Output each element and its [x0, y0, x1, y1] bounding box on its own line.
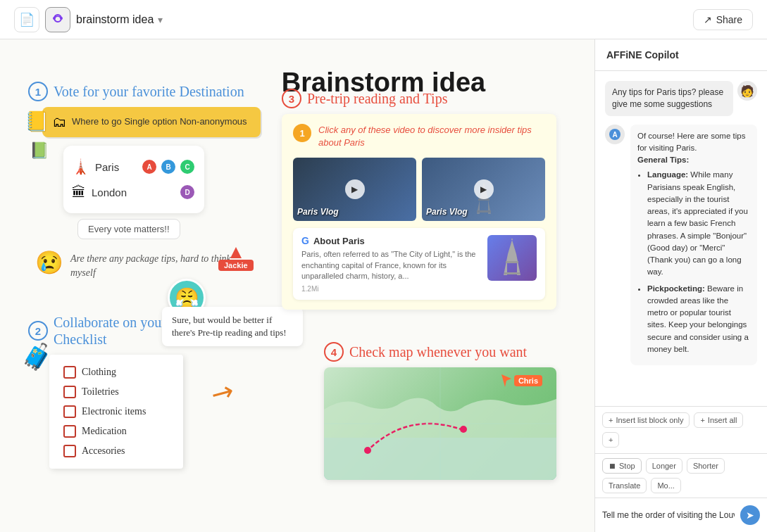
copilot-input-field[interactable]	[602, 510, 735, 520]
packing-label-electronics: Electronic items	[82, 406, 146, 417]
svg-point-10	[460, 426, 467, 433]
flow-tab-button[interactable]	[45, 7, 70, 32]
svg-point-1	[53, 17, 56, 20]
translate-button[interactable]: Translate	[602, 478, 647, 493]
ai-general-label: General Tips:	[637, 156, 689, 164]
vote-section-title: Vote for your favorite Destination	[54, 83, 244, 100]
copilot-controls: ⏹ Stop Longer Shorter Translate Mo...	[595, 454, 767, 498]
voter-avatar: D	[179, 184, 196, 201]
about-paris-info: G About Paris Paris, often referred to a…	[301, 235, 480, 292]
video-thumb-2[interactable]: ▶ Paris Vlog	[422, 158, 545, 221]
user-avatar: 🧑	[737, 81, 757, 101]
checkbox-icon[interactable]	[63, 386, 76, 398]
play-button-2[interactable]: ▶	[474, 179, 494, 199]
packing-section-number: 2	[28, 321, 48, 341]
ai-intro: Of course! Here are some tips for visiti…	[637, 132, 745, 152]
plus-icon-3: +	[609, 436, 613, 444]
ai-message-row: A Of course! Here are some tips for visi…	[605, 125, 757, 366]
jackie-label: Jackie	[218, 260, 254, 271]
shorter-button[interactable]: Shorter	[687, 458, 725, 474]
london-label: London	[92, 186, 173, 198]
more-options-button[interactable]: Mo...	[651, 478, 680, 493]
svg-point-9	[364, 447, 371, 454]
checkbox-icon[interactable]	[63, 366, 76, 379]
ai-avatar: A	[605, 125, 625, 144]
chris-label: Chris	[514, 375, 542, 386]
pretrip-section: 3 Pre-trip reading and Tips 1 Click any …	[282, 89, 556, 310]
pretrip-content-box: 1 Click any of these video to discover m…	[282, 114, 556, 310]
svg-rect-6	[504, 272, 520, 274]
vote-option-paris[interactable]: 🗼 Paris A B C	[72, 154, 196, 179]
topbar-left: 📄 brainstorm idea ▾	[14, 7, 163, 32]
share-button[interactable]: ↗ Share	[693, 9, 753, 30]
checkbox-icon[interactable]	[63, 405, 76, 418]
ai-tip1-text: While many Parisians speak English, espe…	[647, 170, 748, 276]
packing-item-electronics: Electronic items	[63, 405, 169, 418]
checkbox-icon[interactable]	[63, 445, 76, 457]
vote-section-number: 1	[28, 82, 48, 101]
checkbox-icon[interactable]	[63, 425, 76, 438]
about-paris-title-text: About Paris	[313, 236, 365, 246]
paris-voters: A B C	[141, 158, 196, 175]
svg-point-2	[60, 17, 63, 20]
map-header: 4 Check map whenever you want	[324, 342, 563, 362]
vote-card-icon: 🗂	[52, 114, 66, 130]
svg-rect-4	[477, 210, 491, 213]
more-button[interactable]: +	[602, 432, 619, 448]
voter-avatar: C	[179, 158, 196, 175]
shorter-label: Shorter	[693, 462, 718, 470]
pretrip-header: 3 Pre-trip reading and Tips	[282, 89, 556, 108]
title-chevron-icon[interactable]: ▾	[158, 14, 163, 25]
user-message-row: Any tips for Paris tips? please give me …	[605, 81, 757, 116]
london-voters: D	[179, 184, 196, 201]
ai-tip1-title: Language:	[647, 170, 688, 179]
insert-block-label: Insert list block only	[616, 416, 683, 424]
copilot-messages: Any tips for Paris tips? please give me …	[595, 71, 767, 406]
google-icon: G	[301, 235, 309, 246]
doc-tab-button[interactable]: 📄	[14, 7, 39, 32]
insert-all-button[interactable]: + Insert all	[694, 412, 743, 428]
packing-label-toiletries: Toiletries	[82, 386, 119, 398]
share-icon: ↗	[704, 14, 712, 25]
insert-block-button[interactable]: + Insert list block only	[602, 412, 690, 428]
jackie-cursor: Jackie	[218, 247, 254, 271]
pretrip-section-number: 3	[282, 89, 301, 108]
paris-label: Paris	[95, 161, 135, 173]
map-section-number: 4	[324, 342, 344, 362]
share-label: Share	[716, 14, 742, 25]
stop-button[interactable]: ⏹ Stop	[602, 458, 642, 474]
feedback-emoji: 😢	[35, 249, 63, 276]
map-section-title: Check map whenever you want	[349, 343, 527, 360]
pretrip-step1: 1 Click any of these video to discover m…	[293, 124, 545, 149]
vote-section: 1 Vote for your favorite Destination 🗂 W…	[28, 82, 247, 279]
packing-label-clothing: Clothing	[82, 367, 116, 378]
cursor-triangle-jackie	[230, 247, 242, 258]
videos-row: ▶ Paris Vlog ▶ Paris Vlog	[293, 158, 545, 221]
stop-icon: ⏹	[609, 462, 616, 470]
step-circle-1: 1	[293, 124, 311, 142]
about-paris-source: 1.2Mi	[301, 285, 480, 293]
video-thumb-1[interactable]: ▶ Paris Vlog	[293, 158, 416, 221]
vote-card-text: Where to go Single option Non-anonymous	[72, 116, 247, 128]
svg-rect-5	[506, 261, 518, 263]
send-button[interactable]: ➤	[740, 505, 760, 525]
video1-label: Paris Vlog	[297, 207, 339, 217]
ai-tip2-title: Pickpocketing:	[647, 284, 705, 293]
deco-notebook2-icon: 📗	[30, 141, 49, 160]
stop-label: Stop	[619, 462, 635, 470]
user-message: Any tips for Paris tips? please give me …	[605, 81, 733, 116]
longer-label: Longer	[652, 462, 676, 470]
copilot-input-area: ➤	[595, 498, 767, 532]
angry-emoji-icon: 😤	[175, 286, 199, 310]
topbar-right: ↗ Share	[693, 9, 753, 30]
vote-option-london[interactable]: 🏛 London D	[72, 179, 196, 205]
ai-tip2-text: Beware in crowded areas like the metro o…	[647, 284, 749, 353]
video2-label: Paris Vlog	[426, 207, 468, 217]
longer-button[interactable]: Longer	[646, 458, 682, 474]
voter-avatar: A	[141, 158, 158, 175]
play-button-1[interactable]: ▶	[345, 179, 365, 199]
map-box[interactable]: Chris	[324, 367, 556, 480]
packing-label-accessories: Accesories	[82, 445, 125, 457]
copilot-header: AFFiNE Copilot	[595, 39, 767, 71]
plus-icon: +	[609, 416, 613, 424]
